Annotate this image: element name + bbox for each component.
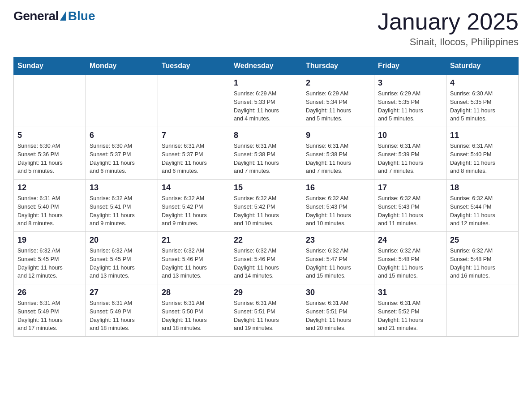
calendar-cell: 6Sunrise: 6:30 AM Sunset: 5:37 PM Daylig… — [86, 127, 158, 180]
calendar-cell: 2Sunrise: 6:29 AM Sunset: 5:34 PM Daylig… — [302, 75, 374, 127]
day-number: 19 — [17, 235, 82, 245]
day-number: 24 — [378, 235, 442, 245]
day-info: Sunrise: 6:32 AM Sunset: 5:43 PM Dayligh… — [378, 194, 442, 228]
day-number: 20 — [90, 235, 154, 245]
day-info: Sunrise: 6:32 AM Sunset: 5:48 PM Dayligh… — [378, 247, 442, 280]
calendar-header-row: SundayMondayTuesdayWednesdayThursdayFrid… — [14, 57, 519, 75]
calendar-cell: 5Sunrise: 6:30 AM Sunset: 5:36 PM Daylig… — [14, 127, 86, 180]
calendar-cell: 14Sunrise: 6:32 AM Sunset: 5:42 PM Dayli… — [158, 180, 230, 232]
day-info: Sunrise: 6:31 AM Sunset: 5:39 PM Dayligh… — [378, 142, 442, 176]
day-number: 29 — [234, 288, 298, 297]
week-row-1: 1Sunrise: 6:29 AM Sunset: 5:33 PM Daylig… — [14, 75, 519, 127]
day-number: 21 — [162, 235, 226, 245]
day-info: Sunrise: 6:32 AM Sunset: 5:48 PM Dayligh… — [450, 247, 515, 280]
week-row-5: 26Sunrise: 6:31 AM Sunset: 5:49 PM Dayli… — [14, 284, 519, 337]
day-info: Sunrise: 6:32 AM Sunset: 5:45 PM Dayligh… — [17, 247, 82, 280]
day-info: Sunrise: 6:32 AM Sunset: 5:45 PM Dayligh… — [90, 247, 154, 280]
day-number: 23 — [306, 235, 370, 245]
calendar-cell: 1Sunrise: 6:29 AM Sunset: 5:33 PM Daylig… — [230, 75, 302, 127]
calendar-cell: 27Sunrise: 6:31 AM Sunset: 5:49 PM Dayli… — [86, 284, 158, 337]
calendar-cell: 9Sunrise: 6:31 AM Sunset: 5:38 PM Daylig… — [302, 127, 374, 180]
day-number: 3 — [378, 78, 442, 88]
logo-triangle-icon — [60, 11, 66, 21]
page-header: General Blue January 2025 Sinait, Ilocos… — [13, 9, 519, 48]
day-info: Sunrise: 6:31 AM Sunset: 5:51 PM Dayligh… — [306, 299, 370, 333]
calendar-cell: 15Sunrise: 6:32 AM Sunset: 5:42 PM Dayli… — [230, 180, 302, 232]
calendar-cell: 11Sunrise: 6:31 AM Sunset: 5:40 PM Dayli… — [446, 127, 519, 180]
day-info: Sunrise: 6:32 AM Sunset: 5:46 PM Dayligh… — [234, 247, 298, 280]
day-number: 28 — [162, 288, 226, 297]
day-number: 31 — [378, 288, 442, 297]
day-info: Sunrise: 6:29 AM Sunset: 5:33 PM Dayligh… — [234, 90, 298, 123]
day-info: Sunrise: 6:32 AM Sunset: 5:47 PM Dayligh… — [306, 247, 370, 280]
week-row-2: 5Sunrise: 6:30 AM Sunset: 5:36 PM Daylig… — [14, 127, 519, 180]
calendar-cell: 12Sunrise: 6:31 AM Sunset: 5:40 PM Dayli… — [14, 180, 86, 232]
calendar-cell: 10Sunrise: 6:31 AM Sunset: 5:39 PM Dayli… — [374, 127, 446, 180]
header-friday: Friday — [374, 57, 446, 75]
day-info: Sunrise: 6:32 AM Sunset: 5:46 PM Dayligh… — [162, 247, 226, 280]
day-number: 17 — [378, 183, 442, 193]
calendar-cell: 20Sunrise: 6:32 AM Sunset: 5:45 PM Dayli… — [86, 232, 158, 284]
day-number: 1 — [234, 78, 298, 88]
day-number: 11 — [450, 131, 515, 140]
day-info: Sunrise: 6:30 AM Sunset: 5:35 PM Dayligh… — [450, 90, 515, 123]
day-info: Sunrise: 6:31 AM Sunset: 5:52 PM Dayligh… — [378, 299, 442, 333]
calendar-cell: 25Sunrise: 6:32 AM Sunset: 5:48 PM Dayli… — [446, 232, 519, 284]
calendar-cell: 17Sunrise: 6:32 AM Sunset: 5:43 PM Dayli… — [374, 180, 446, 232]
main-title: January 2025 — [378, 9, 519, 34]
day-number: 9 — [306, 131, 370, 140]
calendar-cell: 24Sunrise: 6:32 AM Sunset: 5:48 PM Dayli… — [374, 232, 446, 284]
day-number: 4 — [450, 78, 515, 88]
day-number: 22 — [234, 235, 298, 245]
week-row-3: 12Sunrise: 6:31 AM Sunset: 5:40 PM Dayli… — [14, 180, 519, 232]
calendar-cell: 31Sunrise: 6:31 AM Sunset: 5:52 PM Dayli… — [374, 284, 446, 337]
day-info: Sunrise: 6:31 AM Sunset: 5:40 PM Dayligh… — [17, 194, 82, 228]
calendar-cell — [86, 75, 158, 127]
day-info: Sunrise: 6:32 AM Sunset: 5:43 PM Dayligh… — [306, 194, 370, 228]
calendar-cell: 19Sunrise: 6:32 AM Sunset: 5:45 PM Dayli… — [14, 232, 86, 284]
week-row-4: 19Sunrise: 6:32 AM Sunset: 5:45 PM Dayli… — [14, 232, 519, 284]
day-info: Sunrise: 6:31 AM Sunset: 5:38 PM Dayligh… — [234, 142, 298, 176]
calendar-cell: 22Sunrise: 6:32 AM Sunset: 5:46 PM Dayli… — [230, 232, 302, 284]
day-info: Sunrise: 6:31 AM Sunset: 5:49 PM Dayligh… — [90, 299, 154, 333]
day-number: 12 — [17, 183, 82, 193]
calendar-cell — [14, 75, 86, 127]
calendar-cell: 29Sunrise: 6:31 AM Sunset: 5:51 PM Dayli… — [230, 284, 302, 337]
calendar-cell: 18Sunrise: 6:32 AM Sunset: 5:44 PM Dayli… — [446, 180, 519, 232]
day-number: 2 — [306, 78, 370, 88]
calendar-cell: 16Sunrise: 6:32 AM Sunset: 5:43 PM Dayli… — [302, 180, 374, 232]
day-info: Sunrise: 6:31 AM Sunset: 5:40 PM Dayligh… — [450, 142, 515, 176]
day-info: Sunrise: 6:30 AM Sunset: 5:37 PM Dayligh… — [90, 142, 154, 176]
day-info: Sunrise: 6:29 AM Sunset: 5:34 PM Dayligh… — [306, 90, 370, 123]
day-info: Sunrise: 6:31 AM Sunset: 5:38 PM Dayligh… — [306, 142, 370, 176]
title-section: January 2025 Sinait, Ilocos, Philippines — [378, 9, 519, 48]
day-number: 26 — [17, 288, 82, 297]
day-info: Sunrise: 6:31 AM Sunset: 5:50 PM Dayligh… — [162, 299, 226, 333]
day-number: 30 — [306, 288, 370, 297]
calendar-cell: 13Sunrise: 6:32 AM Sunset: 5:41 PM Dayli… — [86, 180, 158, 232]
header-tuesday: Tuesday — [158, 57, 230, 75]
header-sunday: Sunday — [14, 57, 86, 75]
logo-blue-text: Blue — [68, 9, 95, 23]
day-number: 6 — [90, 131, 154, 140]
calendar-cell: 8Sunrise: 6:31 AM Sunset: 5:38 PM Daylig… — [230, 127, 302, 180]
day-number: 8 — [234, 131, 298, 140]
day-info: Sunrise: 6:29 AM Sunset: 5:35 PM Dayligh… — [378, 90, 442, 123]
day-info: Sunrise: 6:31 AM Sunset: 5:51 PM Dayligh… — [234, 299, 298, 333]
calendar-cell: 4Sunrise: 6:30 AM Sunset: 5:35 PM Daylig… — [446, 75, 519, 127]
day-info: Sunrise: 6:30 AM Sunset: 5:36 PM Dayligh… — [17, 142, 82, 176]
calendar-cell: 28Sunrise: 6:31 AM Sunset: 5:50 PM Dayli… — [158, 284, 230, 337]
day-number: 16 — [306, 183, 370, 193]
calendar-cell: 21Sunrise: 6:32 AM Sunset: 5:46 PM Dayli… — [158, 232, 230, 284]
calendar-cell: 26Sunrise: 6:31 AM Sunset: 5:49 PM Dayli… — [14, 284, 86, 337]
day-number: 5 — [17, 131, 82, 140]
day-info: Sunrise: 6:31 AM Sunset: 5:49 PM Dayligh… — [17, 299, 82, 333]
day-number: 7 — [162, 131, 226, 140]
day-number: 27 — [90, 288, 154, 297]
day-number: 10 — [378, 131, 442, 140]
logo-general-text: General — [13, 9, 59, 23]
day-info: Sunrise: 6:32 AM Sunset: 5:42 PM Dayligh… — [162, 194, 226, 228]
calendar-cell — [158, 75, 230, 127]
calendar-table: SundayMondayTuesdayWednesdayThursdayFrid… — [13, 57, 519, 337]
day-number: 18 — [450, 183, 515, 193]
